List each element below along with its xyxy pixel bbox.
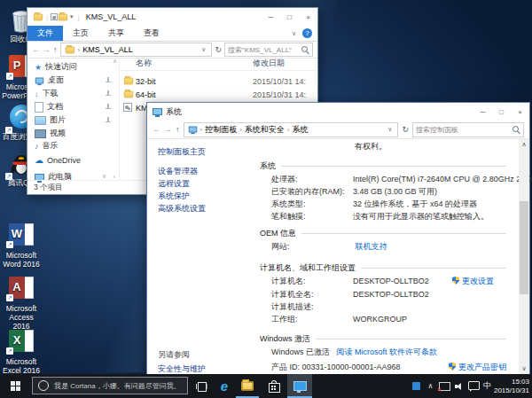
scroll-down-icon[interactable]: ∨ bbox=[102, 173, 106, 180]
tab-file[interactable]: 文件 bbox=[27, 26, 63, 41]
change-settings-link[interactable]: 更改设置 bbox=[452, 276, 494, 287]
maximize-button[interactable]: □ bbox=[492, 103, 511, 121]
minimize-button[interactable]: ─ bbox=[262, 8, 280, 26]
tray-clock[interactable]: 15:03 2015/10/31 bbox=[494, 378, 529, 394]
sidebar-item-documents[interactable]: 文档 bbox=[35, 101, 116, 113]
up-icon[interactable]: ↑ bbox=[176, 125, 180, 134]
column-date[interactable]: 修改日期 bbox=[253, 58, 285, 69]
tray-notifications[interactable] bbox=[467, 374, 481, 398]
qat-properties-icon[interactable] bbox=[51, 13, 58, 20]
nav-device-manager[interactable]: 设备管理器 bbox=[158, 166, 198, 177]
tray-show-hidden-icons[interactable]: ∧ bbox=[424, 374, 437, 398]
sidebar-item-pictures[interactable]: 图片 bbox=[35, 114, 116, 126]
address-dropdown-icon[interactable]: ∨ bbox=[387, 126, 392, 133]
crumb-separator: › bbox=[78, 46, 81, 54]
close-button[interactable]: × bbox=[299, 8, 317, 26]
tray-ime[interactable]: 中 bbox=[481, 374, 494, 398]
crumb-system-security[interactable]: 系统和安全 bbox=[245, 124, 285, 136]
tab-home[interactable]: 主页 bbox=[63, 26, 98, 41]
tray-network[interactable] bbox=[438, 374, 451, 398]
online-support-link[interactable]: 联机支持 bbox=[356, 242, 387, 251]
cortana-search-box[interactable]: 我是 Cortana，小娜。有问题尽管问我。 bbox=[32, 377, 188, 394]
file-row[interactable]: 64-bit 2015/10/31 14: bbox=[120, 89, 317, 101]
desktop-icon-access[interactable]: A ↗ Microsoft Access 2016 bbox=[1, 275, 42, 331]
nav-control-panel-home[interactable]: 控制面板主页 bbox=[158, 146, 206, 158]
nav-remote-settings[interactable]: 远程设置 bbox=[158, 178, 190, 190]
explorer-titlebar[interactable]: | ▾ | KMS_VL_ALL ─ □ × bbox=[27, 8, 317, 26]
crumb-control-panel[interactable]: 控制面板 bbox=[205, 124, 237, 136]
nav-advanced-settings[interactable]: 高级系统设置 bbox=[158, 203, 206, 215]
forward-icon[interactable]: → bbox=[164, 125, 172, 134]
explorer-window-controls: ─ □ × bbox=[262, 8, 317, 26]
system-address-bar[interactable]: › 控制面板 › 系统和安全 › 系统 ∨ bbox=[184, 122, 399, 137]
address-dropdown-icon[interactable]: ∨ bbox=[201, 46, 206, 53]
scroll-left-icon[interactable]: ‹ bbox=[113, 174, 115, 180]
back-icon[interactable]: ← bbox=[153, 125, 160, 134]
taskbar-explorer-button[interactable] bbox=[236, 374, 259, 398]
help-icon[interactable]: ? bbox=[302, 28, 312, 38]
nav-system-protection[interactable]: 系统保护 bbox=[158, 191, 190, 202]
shortcut-arrow-icon: ↗ bbox=[6, 73, 13, 80]
tab-view[interactable]: 查看 bbox=[134, 26, 169, 41]
partial-copyright-text: 有权利。 bbox=[355, 141, 387, 152]
row-processor: 处理器:Intel(R) Core(TM) i7-2640M CPU @ 2.8… bbox=[271, 174, 506, 185]
sidebar-item-onedrive[interactable]: ☁ OneDrive bbox=[35, 155, 116, 165]
ribbon-collapse-icon[interactable]: ∨ bbox=[292, 30, 296, 37]
up-icon[interactable]: ↑ bbox=[53, 45, 58, 54]
ime-indicator: 中 bbox=[483, 380, 491, 392]
qat-new-folder-icon[interactable] bbox=[59, 13, 67, 20]
minimize-button[interactable]: ─ bbox=[473, 103, 492, 121]
close-button[interactable]: × bbox=[511, 103, 529, 121]
tray-app-icon[interactable] bbox=[410, 374, 423, 398]
taskbar: 我是 Cortana，小娜。有问题尽管问我。 e ∧ 中 15:03 2015/… bbox=[0, 374, 532, 398]
qat-dropdown-icon[interactable]: ▾ bbox=[70, 13, 74, 20]
task-view-button[interactable] bbox=[190, 374, 213, 398]
system-search-box[interactable]: 搜索控制面板 bbox=[412, 122, 524, 137]
crumb-system[interactable]: 系统 bbox=[293, 124, 309, 136]
taskbar-system-button[interactable] bbox=[287, 374, 312, 398]
maximize-button[interactable]: □ bbox=[280, 8, 299, 26]
scrollbar[interactable]: ∧ ∨ bbox=[519, 139, 529, 374]
tab-share[interactable]: 共享 bbox=[98, 26, 134, 41]
file-row[interactable]: 32-bit 2015/10/31 14: bbox=[120, 75, 317, 88]
desktop-icon-word[interactable]: W ↗ Microsoft Word 2016 bbox=[1, 222, 42, 269]
desktop: 回收站 P ↗ Microsoft PowerPoi... ↗ 百度浏览器 ↗ bbox=[0, 0, 532, 398]
address-crumb[interactable]: KMS_VL_ALL bbox=[82, 45, 133, 54]
row-ram: 已安装的内存(RAM):3.48 GB (3.00 GB 可用) bbox=[271, 186, 506, 198]
change-product-key-link[interactable]: 更改产品密钥 bbox=[449, 362, 506, 373]
refresh-icon[interactable]: ↻ bbox=[402, 125, 409, 134]
sidebar-item-videos[interactable]: 视频 bbox=[35, 128, 116, 139]
forward-icon[interactable]: → bbox=[43, 45, 51, 54]
start-button[interactable] bbox=[0, 374, 30, 398]
taskbar-store-button[interactable] bbox=[262, 374, 286, 398]
shortcut-arrow-icon: ↗ bbox=[6, 294, 13, 301]
scroll-up-icon[interactable]: ∧ bbox=[519, 141, 529, 148]
back-icon[interactable]: ← bbox=[32, 45, 40, 54]
tray-volume[interactable] bbox=[453, 374, 466, 398]
desktop-icon-excel[interactable]: X ↗ Microsoft Excel 2016 bbox=[1, 328, 42, 376]
scroll-down-icon[interactable]: ∨ bbox=[519, 365, 529, 372]
excel-icon: X ↗ bbox=[8, 330, 35, 356]
sidebar-item-quick-access[interactable]: ★ 快速访问 bbox=[35, 61, 116, 73]
explorer-search-box[interactable]: 搜索"KMS_VL_ALL" bbox=[224, 43, 313, 57]
system-titlebar[interactable]: 系统 ─ □ × bbox=[147, 103, 529, 121]
column-name[interactable]: 名称 bbox=[136, 58, 152, 69]
file-explorer-icon bbox=[241, 381, 254, 390]
pin-icon bbox=[105, 104, 111, 111]
sidebar-item-desktop[interactable]: 桌面 bbox=[35, 74, 116, 86]
see-also-header: 另请参阅 bbox=[158, 349, 190, 361]
shortcut-arrow-icon: ↗ bbox=[5, 173, 12, 180]
access-icon: A ↗ bbox=[8, 277, 35, 303]
clock-date: 2015/10/31 bbox=[494, 386, 529, 395]
cortana-placeholder: 我是 Cortana，小娜。有问题尽管问我。 bbox=[54, 381, 181, 391]
search-icon[interactable] bbox=[512, 126, 520, 134]
search-icon[interactable] bbox=[301, 46, 309, 54]
explorer-address-bar[interactable]: › KMS_VL_ALL ∨ bbox=[60, 43, 213, 57]
sidebar-item-music[interactable]: ♪ 音乐 bbox=[35, 140, 116, 152]
sidebar-item-downloads[interactable]: ↓ 下载 bbox=[35, 88, 116, 99]
taskbar-edge-button[interactable]: e bbox=[213, 374, 236, 398]
refresh-icon[interactable]: ↻ bbox=[215, 45, 222, 54]
scrollbar-thumb[interactable] bbox=[520, 201, 528, 294]
license-terms-link[interactable]: 阅读 Microsoft 软件许可条款 bbox=[337, 347, 438, 356]
pin-icon bbox=[105, 117, 111, 124]
